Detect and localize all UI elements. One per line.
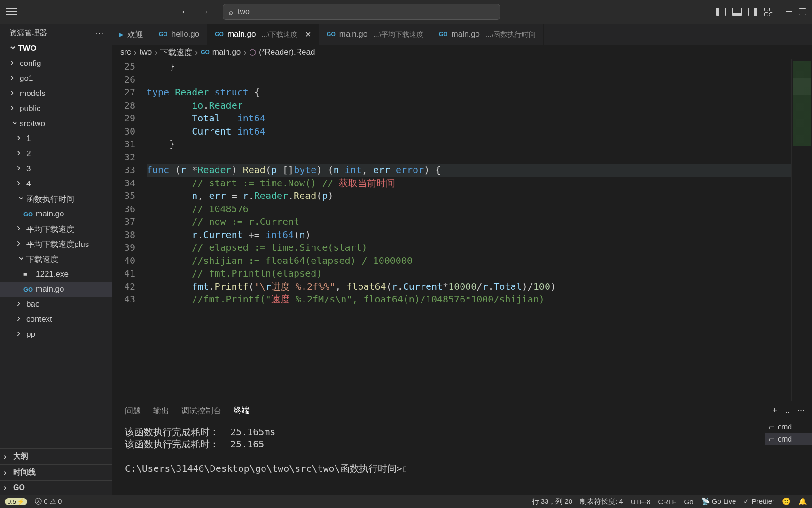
outline-section[interactable]: ›大纲 <box>0 448 112 464</box>
sidebar: 资源管理器 ··· TWO config go1 models public s… <box>0 24 112 495</box>
editor-tabs: ▸欢迎 GOhello.go GOmain.go...\下载速度✕ GOmain… <box>112 24 812 45</box>
nav-arrows: ← → <box>180 6 210 18</box>
feedback-icon[interactable]: 🙂 <box>782 497 791 506</box>
tree-root[interactable]: TWO <box>0 41 112 56</box>
terminal-shell-active[interactable]: ▭cmd <box>765 433 812 445</box>
encoding[interactable]: UTF-8 <box>631 498 651 506</box>
tree-file-active[interactable]: GOmain.go <box>0 282 112 297</box>
minimap[interactable] <box>791 59 812 401</box>
tab-file[interactable]: GOmain.go...\函数执行时间 <box>431 24 544 45</box>
forward-icon[interactable]: → <box>199 6 210 18</box>
tree-folder[interactable]: 下载速度 <box>0 252 112 267</box>
language-mode[interactable]: Go <box>684 498 694 506</box>
tree-file[interactable]: GOmain.go <box>0 206 112 222</box>
status-errors[interactable]: ⓧ 0 ⚠ 0 <box>35 497 62 506</box>
go-section[interactable]: ›GO <box>0 480 112 495</box>
close-icon[interactable]: ✕ <box>305 30 311 39</box>
window-maximize-icon[interactable] <box>799 8 806 15</box>
titlebar: ← → ⌕ two <box>0 0 812 24</box>
tab-welcome[interactable]: ▸欢迎 <box>112 24 151 45</box>
tab-output[interactable]: 输出 <box>153 405 169 419</box>
file-tree: TWO config go1 models public src\two 1 2… <box>0 41 112 448</box>
tab-file-active[interactable]: GOmain.go...\下载速度✕ <box>207 24 319 45</box>
tree-folder[interactable]: go1 <box>0 71 112 86</box>
tree-folder[interactable]: pp <box>0 327 112 342</box>
toggle-panel-icon[interactable] <box>732 8 742 16</box>
tab-terminal[interactable]: 终端 <box>234 405 250 419</box>
tab-file[interactable]: GOhello.go <box>151 24 207 45</box>
menu-icon[interactable] <box>6 8 17 15</box>
eol[interactable]: CRLF <box>658 498 676 506</box>
bottom-panel: 问题 输出 调试控制台 终端 + ⌄ ··· 该函数执行完成耗时： 25.165… <box>112 401 812 495</box>
tree-folder[interactable]: src\two <box>0 116 112 131</box>
search-input[interactable]: ⌕ two <box>223 4 500 20</box>
sidebar-title: 资源管理器 <box>9 28 47 38</box>
toggle-sidebar-icon[interactable] <box>716 8 726 16</box>
tree-folder[interactable]: 4 <box>0 176 112 191</box>
line-gutter: 25262728293031323334353637383940414243 <box>112 59 147 401</box>
tree-folder[interactable]: config <box>0 56 112 71</box>
more-icon[interactable]: ··· <box>95 29 104 38</box>
go-live[interactable]: 📡 Go Live <box>701 497 736 506</box>
terminal-shell[interactable]: ▭cmd <box>765 421 812 433</box>
window-minimize-icon[interactable] <box>786 11 792 12</box>
tree-folder[interactable]: 函数执行时间 <box>0 191 112 206</box>
cursor-position[interactable]: 行 33，列 20 <box>532 497 573 506</box>
status-badge[interactable]: 0.5 ⚡ <box>5 498 27 505</box>
search-icon: ⌕ <box>229 8 233 16</box>
new-terminal-icon[interactable]: + <box>772 405 777 419</box>
terminal-list: ▭cmd ▭cmd <box>765 419 812 495</box>
tree-folder[interactable]: bao <box>0 297 112 312</box>
prettier[interactable]: ✓ Prettier <box>743 497 774 506</box>
panel-tabs: 问题 输出 调试控制台 终端 + ⌄ ··· <box>112 401 812 419</box>
toggle-secondary-icon[interactable] <box>748 8 757 16</box>
tree-folder[interactable]: 平均下载速度 <box>0 222 112 237</box>
search-text: two <box>238 8 250 16</box>
panel-more-icon[interactable]: ··· <box>797 405 804 419</box>
tab-debug-console[interactable]: 调试控制台 <box>181 405 221 419</box>
customize-layout-icon[interactable] <box>764 8 773 16</box>
layout-controls <box>716 8 808 16</box>
tree-file[interactable]: ≡1221.exe <box>0 267 112 282</box>
terminal-dropdown-icon[interactable]: ⌄ <box>784 405 791 419</box>
tree-folder[interactable]: 1 <box>0 131 112 146</box>
tab-file[interactable]: GOmain.go...\平均下载速度 <box>319 24 431 45</box>
tab-size[interactable]: 制表符长度: 4 <box>580 497 623 506</box>
back-icon[interactable]: ← <box>180 6 191 18</box>
code-content[interactable]: }type Reader struct { io.Reader Total in… <box>147 59 791 401</box>
tab-problems[interactable]: 问题 <box>125 405 141 419</box>
tree-folder[interactable]: context <box>0 312 112 327</box>
code-editor[interactable]: 25262728293031323334353637383940414243 }… <box>112 59 812 401</box>
tree-folder[interactable]: 3 <box>0 161 112 176</box>
notifications-icon[interactable]: 🔔 <box>798 497 807 506</box>
timeline-section[interactable]: ›时间线 <box>0 464 112 480</box>
terminal-output[interactable]: 该函数执行完成耗时： 25.165ms 该函数执行完成耗时： 25.165 C:… <box>112 419 765 495</box>
tree-folder[interactable]: models <box>0 86 112 101</box>
statusbar: 0.5 ⚡ ⓧ 0 ⚠ 0 行 33，列 20 制表符长度: 4 UTF-8 C… <box>0 495 812 508</box>
editor-area: ▸欢迎 GOhello.go GOmain.go...\下载速度✕ GOmain… <box>112 24 812 495</box>
tree-folder[interactable]: 2 <box>0 146 112 161</box>
breadcrumb[interactable]: src› two› 下载速度› GOmain.go› ⬡(*Reader).Re… <box>112 45 812 59</box>
tree-folder[interactable]: public <box>0 101 112 116</box>
tree-folder[interactable]: 平均下载速度plus <box>0 237 112 252</box>
